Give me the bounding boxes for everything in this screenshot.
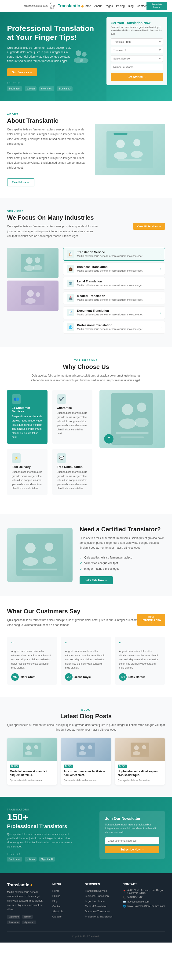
start-translating-btn[interactable]: Start Translating Now → <box>137 614 165 626</box>
blog-label: BLOG <box>7 708 165 711</box>
newsletter-subscribe-btn[interactable]: Subscribe Now → <box>105 846 159 853</box>
footer-contact-title: Contact <box>123 883 165 886</box>
blog-card-1[interactable]: BLOG Amcorper maecenas facilisis a nam a… <box>61 738 111 785</box>
footer-menu-contact[interactable]: Contact <box>53 904 78 908</box>
cta-trust-label: TRUST BY <box>7 853 92 855</box>
testimonial-card-1: " August nam netus dolor nibs ultricies … <box>61 637 111 685</box>
industry-item-1[interactable]: 💼 Business Translation Mattis pellentesq… <box>63 262 165 275</box>
translate-to-select[interactable]: Translate To SpanishFrenchGerman <box>111 47 163 53</box>
industry-item-4[interactable]: 📄 Document Translation Mattis pellentesq… <box>63 306 165 319</box>
footer-svc-5[interactable]: Professional Translation <box>85 915 116 918</box>
view-all-services-btn[interactable]: View All Services → <box>133 223 165 230</box>
svg-point-8 <box>131 151 143 158</box>
footer-brand: Translantic◆ Mattis pellentesque aenean … <box>7 883 45 924</box>
why-image: " <box>99 390 165 448</box>
industry-item-3[interactable]: 🏥 Medical Translation Mattis pellentesqu… <box>63 291 165 304</box>
footer-svc-4[interactable]: Document Translation <box>85 909 116 913</box>
svg-rect-26 <box>121 436 144 438</box>
industry-item-5[interactable]: 🌐 Professional Translation Mattis pellen… <box>63 321 165 334</box>
industry-item-0[interactable]: 📋 Translation Service Mattis pellentesqu… <box>63 248 165 260</box>
blog-header: BLOG Latest Blog Posts Quis apeilas feli… <box>7 708 165 732</box>
industry-content-2: Legal Translation Mattis pellentesque ae… <box>77 280 143 287</box>
nav-pricing[interactable]: Pricing <box>116 5 125 8</box>
footer-menu-blog[interactable]: Blog <box>53 899 78 903</box>
footer-phone: 📞 523 3456 789 <box>123 896 165 899</box>
newsletter-email-input[interactable] <box>105 837 159 844</box>
service-select[interactable]: Select Service Translation ServiceBusine… <box>111 55 163 62</box>
about-image <box>95 124 165 175</box>
footer-svc-2[interactable]: Legal Translation <box>85 899 116 903</box>
svg-point-28 <box>25 543 35 553</box>
certified-title: Need a Certified Translator? <box>80 526 165 533</box>
nav-logo[interactable]: Translantic◆ <box>58 3 84 8</box>
footer-trust-4: SignatureU <box>22 921 36 924</box>
linkedin-icon[interactable]: in <box>19 3 24 9</box>
industry-image-2 <box>7 280 59 311</box>
industry-desc-3: Mattis pellentesque aenean ornare aliqua… <box>77 298 143 302</box>
svg-rect-9 <box>118 159 142 161</box>
blog-category-0: BLOG <box>10 765 19 768</box>
twitter-icon[interactable]: t <box>12 3 17 9</box>
why-label: TOP REASONS <box>7 359 165 362</box>
testimonial-author-0: MG Mark Grant <box>11 673 53 681</box>
footer-bottom: Copyright 2024 Translantic <box>7 931 165 938</box>
industry-desc-2: Mattis pellentesque aenean ornare aliqua… <box>77 283 143 287</box>
testimonials-header: What Our Customers Say Quis apeilas feli… <box>7 608 165 632</box>
footer-svc-1[interactable]: Business Translation <box>85 894 116 897</box>
cta-trust-logos: Suplement optician SignatureU <box>7 857 92 862</box>
industry-item-2[interactable]: ⚖️ Legal Translation Mattis pellentesque… <box>63 277 165 290</box>
number-of-words-input[interactable] <box>111 64 163 70</box>
footer-svc-3[interactable]: Medical Translation <box>85 904 116 908</box>
trust-logo-1: Suplement <box>7 86 22 91</box>
nav-phone: +1 5404 780 <box>50 2 57 10</box>
translate-from-select[interactable]: Translate From EnglishSpanishFrench <box>111 38 163 45</box>
nav-home[interactable]: Home <box>84 5 91 8</box>
facebook-icon[interactable]: f <box>5 3 10 9</box>
blog-cards: BLOG Morbidell ornare at mauris in aliqu… <box>7 738 165 785</box>
svg-point-31 <box>43 557 56 564</box>
nav-pages[interactable]: Pages <box>105 5 113 8</box>
svg-point-36 <box>34 745 38 749</box>
industries-title: We Focus On Many Industries <box>7 214 100 221</box>
industry-arrow-3: › <box>160 296 161 300</box>
svg-point-30 <box>45 542 53 551</box>
blog-card-0[interactable]: BLOG Morbidell ornare at mauris in aliqu… <box>7 738 57 785</box>
footer-menu-careers[interactable]: Careers <box>53 915 78 918</box>
industry-image-1 <box>7 248 59 278</box>
industry-icon-1: 💼 <box>67 265 74 272</box>
about-text-1: Quis apeilas felis su fermentum adiscu s… <box>7 127 88 146</box>
industry-title-2: Legal Translation <box>77 280 143 283</box>
blog-category-2: BLOG <box>118 765 127 768</box>
about-read-more-btn[interactable]: Read More → <box>7 178 34 186</box>
svg-point-22 <box>119 418 136 429</box>
navbar: f t in service@example.com +1 5404 780 T… <box>0 0 172 12</box>
why-features: 👥 24 Customer Services Suspendisse morbi… <box>7 390 92 502</box>
quote-mark-1: " <box>65 641 107 648</box>
svg-point-44 <box>142 745 146 749</box>
nav-contact[interactable]: Contact <box>137 5 147 8</box>
get-started-btn[interactable]: Get Started → <box>111 73 163 81</box>
blog-card-2[interactable]: BLOG Ut pharetra sed velit et sapien ero… <box>115 738 165 785</box>
footer-menu-pricing[interactable]: Pricing <box>53 894 78 897</box>
lets-talk-btn[interactable]: Let's Talk Now → <box>80 576 113 584</box>
industry-arrow-4: › <box>160 311 161 315</box>
footer-menu-col: Menu Home Pricing Blog Contact About Us … <box>53 883 78 924</box>
testimonial-card-2: " August nam netus dolor nibs ultricies … <box>115 637 165 685</box>
feature-desc-2: Suspendisse morbi mauris gravida nibus i… <box>12 470 43 491</box>
footer-svc-0[interactable]: Translation Service <box>85 889 116 892</box>
nav-about[interactable]: About <box>94 5 102 8</box>
svg-point-12 <box>26 257 32 264</box>
why-choose-section: TOP REASONS Why Choose Us Quis apeilas f… <box>0 347 172 514</box>
nav-blog[interactable]: Blog <box>128 5 134 8</box>
blog-post-title-2: Ut pharetra sed velit et sapien eros sca… <box>118 770 162 778</box>
hero-left: Professional Translation at Your Finger … <box>0 12 107 101</box>
footer-menu-home[interactable]: Home <box>53 889 78 892</box>
footer-menu-about[interactable]: About Us <box>53 909 78 913</box>
quote-mark-2: " <box>119 641 161 648</box>
nav-translate-btn[interactable]: Translate Now ▾ <box>147 2 167 10</box>
industry-title-3: Medical Translation <box>77 294 143 298</box>
industry-title-4: Document Translation <box>77 309 143 312</box>
industry-content-0: Translation Service Mattis pellentesque … <box>77 250 143 258</box>
svg-point-42 <box>134 745 139 750</box>
hero-cta-btn[interactable]: Our Services → <box>7 68 37 76</box>
